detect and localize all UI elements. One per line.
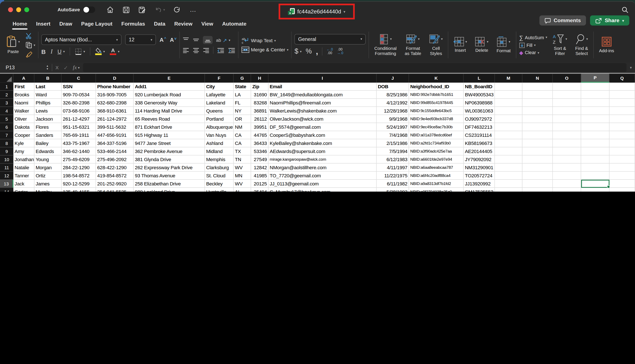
cell-E10[interactable]: 381 Glynda Drive bbox=[134, 155, 205, 164]
cell-Q1[interactable] bbox=[609, 82, 635, 90]
cell-Q8[interactable] bbox=[609, 139, 635, 147]
cell-D7[interactable]: 447-656-9191 bbox=[96, 131, 134, 139]
home-icon[interactable] bbox=[107, 6, 114, 13]
fill-handle[interactable] bbox=[607, 186, 610, 188]
cell-H13[interactable]: 20125 bbox=[251, 180, 269, 188]
italic-button[interactable]: I bbox=[51, 48, 53, 55]
cell-K7[interactable]: NBID:a01a378edcd6bef bbox=[409, 131, 464, 139]
cell-K11[interactable]: NBID:a6aa8eeabcaa787 bbox=[409, 164, 464, 172]
fill-button[interactable]: Fill ▾ bbox=[519, 42, 547, 48]
cell-Q3[interactable] bbox=[609, 99, 635, 107]
confirm-entry-icon[interactable]: ✓ bbox=[64, 64, 68, 70]
cell-M12[interactable] bbox=[495, 172, 522, 180]
cell-D13[interactable]: 201-252-9920 bbox=[96, 180, 134, 188]
cell-A2[interactable]: Brooks bbox=[14, 90, 35, 99]
cell-A6[interactable]: Dakota bbox=[14, 123, 35, 131]
cell-A13[interactable]: Jack bbox=[14, 180, 35, 188]
cell-O1[interactable] bbox=[553, 82, 581, 90]
cell-F12[interactable]: St. Cloud bbox=[205, 172, 234, 180]
cell-F5[interactable]: Portland bbox=[205, 115, 234, 123]
format-painter-button[interactable] bbox=[26, 51, 36, 57]
copy-button[interactable]: ▾ bbox=[26, 42, 36, 48]
cell-M6[interactable] bbox=[495, 123, 522, 131]
cell-G3[interactable]: FL bbox=[234, 99, 251, 107]
cell-A9[interactable]: Amy bbox=[14, 147, 35, 155]
cut-button[interactable] bbox=[26, 32, 36, 39]
cell-I2[interactable]: BW_1649@medullaoblongata.com bbox=[268, 90, 377, 99]
cell-F13[interactable]: Beckley bbox=[205, 180, 234, 188]
cell-G14[interactable]: AL bbox=[234, 188, 251, 192]
cell-D8[interactable]: 364-337-5196 bbox=[96, 139, 134, 147]
cell-P14[interactable] bbox=[581, 188, 609, 192]
cell-P9[interactable] bbox=[581, 147, 609, 155]
cell-L4[interactable]: WL00361063 bbox=[464, 107, 495, 115]
cell-Q4[interactable] bbox=[609, 107, 635, 115]
paste-button[interactable]: ▾ Paste bbox=[4, 35, 22, 55]
cell-N14[interactable] bbox=[522, 188, 553, 192]
cell-N2[interactable] bbox=[522, 90, 553, 99]
cell-H1[interactable]: Zip bbox=[251, 82, 269, 90]
increase-decimal-button[interactable]: .00→.0 bbox=[337, 48, 343, 55]
cell-E6[interactable]: 871 Eckhart Drive bbox=[134, 123, 205, 131]
cell-O12[interactable] bbox=[553, 172, 581, 180]
cell-J5[interactable]: 9/9/1968 bbox=[377, 115, 409, 123]
column-header-E[interactable]: E bbox=[134, 74, 205, 83]
cell-J9[interactable]: 7/5/1994 bbox=[377, 147, 409, 155]
format-cells-button[interactable]: ▾ Format bbox=[494, 36, 513, 54]
wrap-text-button[interactable]: abc Wrap Text ▾ bbox=[241, 37, 289, 44]
cell-N4[interactable] bbox=[522, 107, 553, 115]
column-header-G[interactable]: G bbox=[234, 74, 251, 83]
cell-I14[interactable]: C_Murphy17@hawkeye.com bbox=[268, 188, 377, 192]
cell-C3[interactable]: 326-80-2398 bbox=[62, 99, 96, 107]
cell-D9[interactable]: 533-466-2144 bbox=[96, 147, 134, 155]
save-as-icon[interactable] bbox=[139, 6, 146, 13]
cell-K4[interactable]: NBID:9c155ddfe643bc5 bbox=[409, 107, 464, 115]
delete-cells-button[interactable]: ▾ Delete bbox=[473, 36, 491, 54]
cell-C6[interactable]: 951-15-6321 bbox=[62, 123, 96, 131]
column-header-M[interactable]: M bbox=[495, 74, 522, 83]
cell-Q10[interactable] bbox=[609, 155, 635, 164]
autosum-button[interactable]: ∑ AutoSum ▾ bbox=[519, 34, 547, 40]
cell-A11[interactable]: Natalie bbox=[14, 164, 35, 172]
cell-K3[interactable]: NBID:99d855c41978445 bbox=[409, 99, 464, 107]
cell-P8[interactable] bbox=[581, 139, 609, 147]
cell-M5[interactable] bbox=[495, 115, 522, 123]
cell-L1[interactable]: NB_BoardID bbox=[464, 82, 495, 90]
align-bottom-button[interactable] bbox=[203, 36, 213, 44]
column-header-K[interactable]: K bbox=[409, 74, 464, 83]
align-left-button[interactable] bbox=[183, 48, 189, 53]
row-header-10[interactable]: 10 bbox=[0, 155, 14, 164]
cell-I12[interactable]: TO_7720@geemail.com bbox=[268, 172, 377, 180]
cell-M4[interactable] bbox=[495, 107, 522, 115]
cell-A1[interactable]: First bbox=[14, 82, 35, 90]
cell-P4[interactable] bbox=[581, 107, 609, 115]
cell-E14[interactable]: 989 Lockland Drive bbox=[134, 188, 205, 192]
cell-B10[interactable]: Young bbox=[34, 155, 62, 164]
underline-button[interactable]: U▾ bbox=[57, 48, 65, 54]
insert-cells-button[interactable]: ▾ Insert bbox=[451, 36, 469, 54]
cell-O3[interactable] bbox=[553, 99, 581, 107]
tab-home[interactable]: Home bbox=[8, 19, 32, 28]
cell-M10[interactable] bbox=[495, 155, 522, 164]
cell-F1[interactable]: City bbox=[205, 82, 234, 90]
cell-I4[interactable]: WalkerLewis@shakenbake.com bbox=[268, 107, 377, 115]
cell-E4[interactable]: 114 Harding Mall Drive bbox=[134, 107, 205, 115]
cell-E7[interactable]: 915 Highway 11 bbox=[134, 131, 205, 139]
cell-K5[interactable]: NBID:9e4ed93bcb337d8 bbox=[409, 115, 464, 123]
column-header-A[interactable]: A bbox=[14, 74, 35, 83]
cell-L6[interactable]: DF74632213 bbox=[464, 123, 495, 131]
cell-K2[interactable]: NBID:992e7dbbb7b1651 bbox=[409, 90, 464, 99]
cell-I10[interactable]: mirage.kangaroopaw@wick.com bbox=[268, 155, 377, 164]
column-header-O[interactable]: O bbox=[553, 74, 581, 83]
cell-I11[interactable]: NMorgan@aolstillhere.com bbox=[268, 164, 377, 172]
cell-N13[interactable] bbox=[522, 180, 553, 188]
cell-E2[interactable]: 920 Lumberjack Road bbox=[134, 90, 205, 99]
formula-bar-expand-icon[interactable]: ▾ bbox=[630, 66, 632, 70]
row-header-8[interactable]: 8 bbox=[0, 139, 14, 147]
cell-I7[interactable]: CooperS@babyshark.com bbox=[268, 131, 377, 139]
cell-J11[interactable]: 4/11/1997 bbox=[377, 164, 409, 172]
cell-A5[interactable]: Oliver bbox=[14, 115, 35, 123]
cell-E8[interactable]: 9477 Jane Street bbox=[134, 139, 205, 147]
cell-J13[interactable]: 6/11/1982 bbox=[377, 180, 409, 188]
decrease-indent-button[interactable] bbox=[217, 48, 224, 53]
